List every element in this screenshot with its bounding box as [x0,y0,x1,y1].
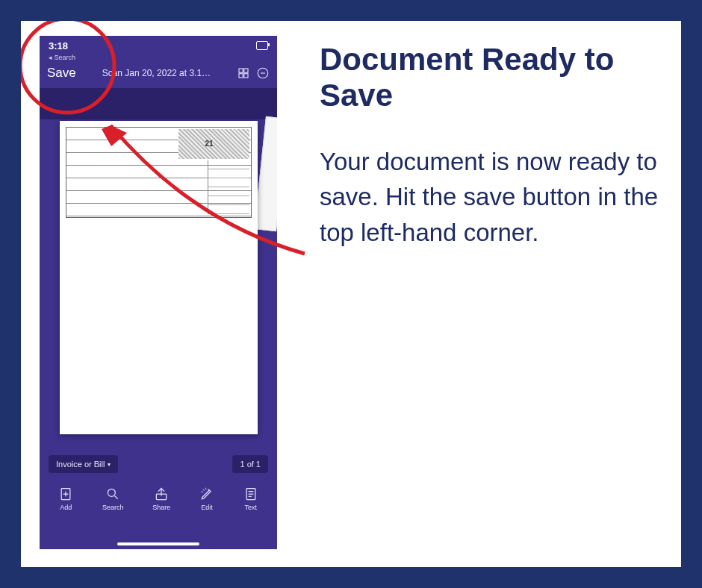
category-chip[interactable]: Invoice or Bill ▾ [49,455,118,473]
text-icon [243,487,258,501]
status-time: 3:18 [49,40,68,51]
status-bar: 3:18 [40,36,277,55]
status-indicators [250,40,268,51]
phone-screenshot: 3:18 ◂ Search Save Scan Jan 20, 2022 at … [40,36,277,549]
chip-row: Invoice or Bill ▾ 1 of 1 [40,448,277,481]
toolbar-edit[interactable]: Edit [199,487,214,511]
toolbar-text[interactable]: Text [243,487,258,511]
more-icon[interactable] [256,66,270,80]
svg-rect-1 [239,69,243,72]
scan-title: Scan Jan 20, 2022 at 3.1… [82,68,231,78]
second-page-edge [254,116,277,231]
instruction-title: Document Ready to Save [320,42,663,114]
scan-area: 21 [40,119,277,448]
header-band [40,88,277,119]
page-counter-chip[interactable]: 1 of 1 [232,455,268,473]
svg-rect-3 [239,74,243,78]
save-button[interactable]: Save [47,66,76,81]
instruction-body: Your document is now ready to save. Hit … [320,144,663,251]
battery-icon [256,41,268,50]
svg-point-7 [108,489,116,496]
home-indicator [117,542,199,545]
app-header: Save Scan Jan 20, 2022 at 3.1… [40,61,277,88]
category-label: Invoice or Bill [56,460,105,469]
crop-icon[interactable] [237,66,250,80]
toolbar-share[interactable]: Share [152,487,170,511]
svg-rect-4 [244,74,248,78]
bottom-toolbar: Add Search Share Edit Text [40,481,277,514]
form-year: 21 [205,140,213,148]
scanned-page[interactable]: 21 [60,121,258,434]
edit-icon [199,487,214,501]
svg-rect-2 [244,69,248,72]
tax-form-graphic: 21 [66,127,252,218]
search-icon [105,487,120,501]
chevron-down-icon: ▾ [108,461,111,468]
back-hint: ◂ Search [40,54,277,61]
share-icon [154,487,169,501]
toolbar-search[interactable]: Search [102,487,124,511]
add-page-icon [58,487,73,501]
instruction-panel: Document Ready to Save Your document is … [320,42,663,251]
toolbar-add[interactable]: Add [58,487,73,511]
